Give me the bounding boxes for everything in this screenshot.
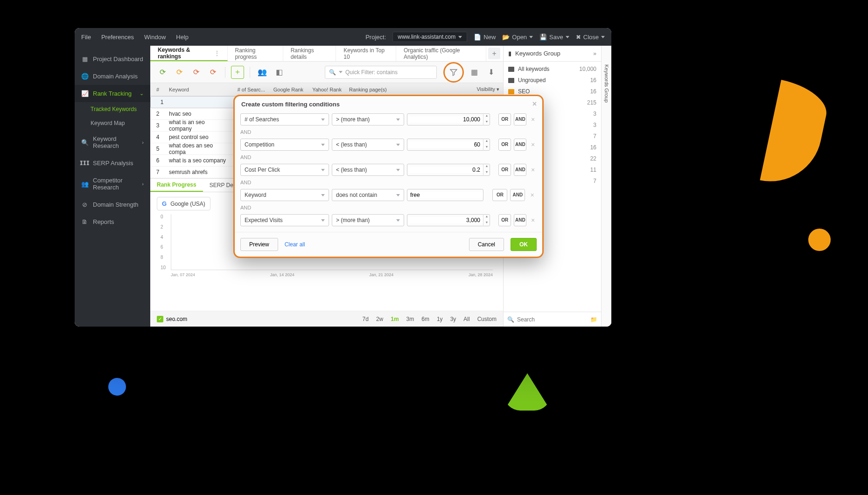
spinner-up-icon[interactable]: ▴: [483, 113, 490, 119]
range-2w[interactable]: 2w: [376, 316, 383, 322]
th-num[interactable]: #: [150, 87, 165, 92]
sidebar-item-dashboard[interactable]: ▦Project Dashboard: [75, 50, 150, 68]
delete-condition-button[interactable]: ×: [528, 191, 537, 199]
operator-select[interactable]: < (less than): [332, 139, 404, 151]
delete-condition-button[interactable]: ×: [529, 216, 537, 224]
cancel-button[interactable]: Cancel: [469, 238, 504, 251]
spinner[interactable]: ▴▾: [483, 164, 490, 176]
btab-rank-progress[interactable]: Rank Progress: [150, 179, 203, 192]
spinner-down-icon[interactable]: ▾: [483, 220, 490, 226]
operator-select[interactable]: > (more than): [332, 214, 404, 226]
sidebar-item-serp-analysis[interactable]: 𝗜𝗜𝗜SERP Analysis: [75, 154, 150, 172]
clear-all-link[interactable]: Clear all: [285, 241, 305, 248]
menu-window[interactable]: Window: [144, 34, 166, 41]
quick-filter-input[interactable]: 🔍 Quick Filter: contains: [325, 66, 437, 79]
th-google-rank[interactable]: Google Rank: [269, 87, 307, 92]
column-select[interactable]: Cost Per Click: [240, 164, 329, 176]
and-button[interactable]: AND: [510, 189, 525, 201]
menu-help[interactable]: Help: [176, 34, 189, 41]
sidebar-item-reports[interactable]: 🗎Reports: [75, 213, 150, 230]
spinner-up-icon[interactable]: ▴: [483, 214, 490, 220]
spinner-down-icon[interactable]: ▾: [483, 145, 490, 151]
group-button[interactable]: 👥: [256, 66, 269, 79]
value-input[interactable]: [407, 217, 483, 223]
tab-keywords-rankings[interactable]: Keywords & rankings⋮: [150, 46, 228, 61]
value-input[interactable]: [407, 116, 483, 123]
legend-item[interactable]: ✓ seo.com: [157, 316, 187, 322]
value-input[interactable]: [407, 167, 483, 173]
sidebar-item-competitor-research[interactable]: 👥Competitor Research›: [75, 172, 150, 196]
spinner-up-icon[interactable]: ▴: [483, 139, 490, 145]
project-select[interactable]: www.link-assistant.com: [392, 32, 467, 42]
sidebar-item-domain-strength[interactable]: ⊘Domain Strength: [75, 196, 150, 213]
tab-rankings-details[interactable]: Rankings details: [283, 46, 336, 61]
delete-condition-button[interactable]: ×: [529, 141, 537, 148]
range-1m[interactable]: 1m: [391, 316, 399, 322]
value-input[interactable]: [407, 192, 483, 198]
group-item[interactable]: All keywords10,000: [504, 63, 601, 75]
open-button[interactable]: 📂Open: [502, 34, 533, 41]
column-select[interactable]: Expected Visits: [240, 214, 329, 226]
filter-button[interactable]: [447, 66, 460, 79]
collapse-button[interactable]: »: [593, 50, 596, 57]
or-button[interactable]: OR: [498, 113, 511, 125]
th-keyword[interactable]: Keyword: [165, 87, 231, 92]
refresh-kw-button[interactable]: ⟳: [156, 66, 169, 79]
th-yahoo-rank[interactable]: Yahoo! Rank: [307, 87, 345, 92]
menu-file[interactable]: File: [81, 34, 91, 41]
preview-button[interactable]: Preview: [240, 238, 278, 251]
range-Custom[interactable]: Custom: [477, 316, 497, 322]
modal-close-button[interactable]: ×: [532, 100, 537, 108]
range-1y[interactable]: 1y: [437, 316, 443, 322]
or-button[interactable]: OR: [492, 189, 507, 201]
range-6m[interactable]: 6m: [421, 316, 429, 322]
spinner[interactable]: ▴▾: [483, 113, 490, 125]
th-visibility[interactable]: Visibility ▾: [461, 86, 503, 92]
sidebar-sub-keyword-map[interactable]: Keyword Map: [75, 116, 150, 130]
and-button[interactable]: AND: [514, 113, 526, 125]
column-select[interactable]: Competition: [240, 139, 329, 151]
ok-button[interactable]: OK: [511, 238, 537, 251]
and-button[interactable]: AND: [514, 139, 526, 151]
th-ranking-pages[interactable]: Ranking page(s): [345, 87, 461, 92]
chart-engine-select[interactable]: G Google (USA): [157, 197, 210, 210]
refresh-visibility-button[interactable]: ⟳: [206, 66, 219, 79]
tab-ranking-progress[interactable]: Ranking progress: [228, 46, 283, 61]
or-button[interactable]: OR: [498, 164, 511, 176]
menu-preferences[interactable]: Preferences: [101, 34, 134, 41]
sidebar-item-keyword-research[interactable]: 🔍Keyword Research›: [75, 130, 150, 154]
column-select[interactable]: Keyword: [240, 189, 329, 201]
operator-select[interactable]: < (less than): [332, 164, 404, 176]
range-All[interactable]: All: [463, 316, 469, 322]
sidebar-sub-tracked-keywords[interactable]: Tracked Keywords: [75, 102, 150, 116]
group-item[interactable]: Ungrouped16: [504, 75, 601, 86]
new-folder-icon[interactable]: 📁: [590, 316, 597, 323]
refresh-all-button[interactable]: ⟳: [189, 66, 203, 79]
delete-condition-button[interactable]: ×: [529, 116, 537, 123]
save-button[interactable]: 💾Save: [539, 34, 569, 41]
delete-condition-button[interactable]: ×: [529, 166, 537, 174]
operator-select[interactable]: > (more than): [332, 113, 404, 125]
add-tab-button[interactable]: +: [488, 48, 500, 59]
sidebar-item-rank-tracking[interactable]: 📈Rank Tracking⌄: [75, 85, 150, 102]
tab-keywords-top10[interactable]: Keywords in Top 10: [336, 46, 396, 61]
range-7d[interactable]: 7d: [363, 316, 369, 322]
spinner-down-icon[interactable]: ▾: [483, 170, 490, 176]
tab-organic-traffic[interactable]: Organic traffic (Google Analytics): [396, 46, 486, 61]
operator-select[interactable]: does not contain: [332, 189, 404, 201]
or-button[interactable]: OR: [498, 214, 511, 226]
column-select[interactable]: # of Searches: [240, 113, 329, 125]
and-button[interactable]: AND: [514, 164, 526, 176]
range-3m[interactable]: 3m: [406, 316, 414, 322]
add-keyword-button[interactable]: ＋: [231, 66, 244, 79]
range-3y[interactable]: 3y: [450, 316, 456, 322]
spinner[interactable]: ▴▾: [483, 214, 490, 226]
new-button[interactable]: 📄New: [474, 34, 496, 41]
refresh-rank-button[interactable]: ⟳: [173, 66, 186, 79]
spinner-up-icon[interactable]: ▴: [483, 164, 490, 170]
columns-button[interactable]: ▦: [468, 66, 481, 79]
sidebar-item-domain-analysis[interactable]: 🌐Domain Analysis: [75, 68, 150, 85]
spinner[interactable]: ▴▾: [483, 139, 490, 151]
vertical-tab[interactable]: Keywords Group: [601, 46, 611, 327]
value-input[interactable]: [407, 141, 483, 148]
